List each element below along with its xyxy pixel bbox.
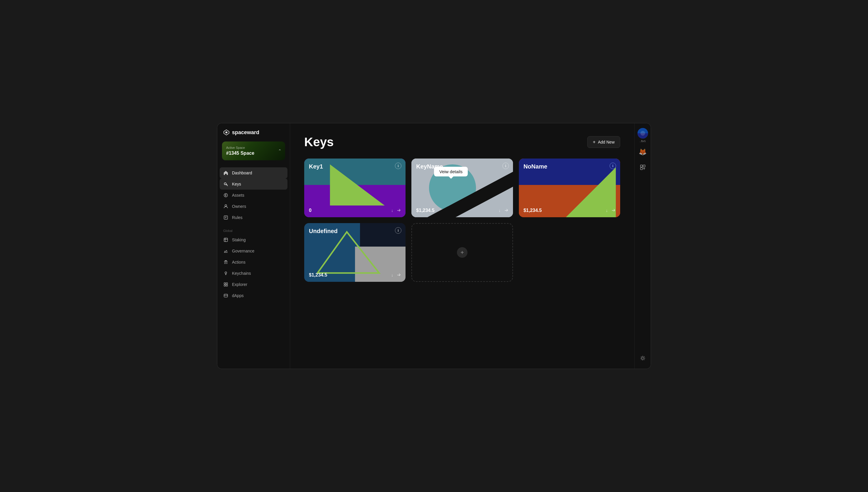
card-footer-key1: 0 ↓ <box>304 204 406 217</box>
right-sidebar: ..fbr5 🦊 <box>634 123 651 369</box>
key-card-keyname[interactable]: KeyName ℹ $1,234.5 ↓ <box>411 158 513 217</box>
add-new-label: Add New <box>598 140 614 144</box>
key-card-key1[interactable]: Key1 ℹ 0 ↓ <box>304 158 406 217</box>
staking-icon <box>223 237 228 243</box>
dapps-icon <box>223 293 228 298</box>
sidebar-item-assets[interactable]: Assets <box>220 190 287 201</box>
download-icon-undefined[interactable]: ↓ <box>391 273 393 277</box>
share-icon-undefined[interactable] <box>397 273 401 277</box>
global-nav: Staking Governance Actions <box>217 234 290 301</box>
global-section-label: Global <box>217 225 290 234</box>
governance-icon <box>223 248 228 254</box>
plus-icon: + <box>593 140 596 145</box>
sidebar-label-explorer: Explorer <box>232 282 247 287</box>
card-content-key1: Key1 <box>304 158 406 175</box>
info-icon-keyname[interactable]: ℹ <box>502 163 509 169</box>
card-value-keyname: $1,234.5 <box>416 208 495 213</box>
card-title-keyname: KeyName <box>416 163 443 170</box>
card-title-key1: Key1 <box>309 163 323 170</box>
user-section: ..fbr5 <box>637 128 648 143</box>
sidebar-item-staking[interactable]: Staking <box>220 234 287 245</box>
add-circle-icon: + <box>457 247 467 258</box>
download-icon-keyname[interactable]: ↓ <box>499 208 501 213</box>
sidebar-item-keys[interactable]: Keys <box>220 178 287 190</box>
rules-icon <box>223 215 228 220</box>
sidebar: spaceward Active Space #1345 Space ⌃ Das… <box>217 123 290 369</box>
assets-icon <box>223 193 228 198</box>
owners-icon <box>223 204 228 209</box>
sidebar-label-governance: Governance <box>232 249 254 253</box>
svg-rect-19 <box>641 165 643 167</box>
sidebar-item-dapps[interactable]: dApps <box>220 290 287 301</box>
sidebar-item-governance[interactable]: Governance <box>220 245 287 256</box>
actions-icon <box>223 260 228 265</box>
card-content-undefined: Undefined <box>304 223 406 239</box>
svg-rect-12 <box>226 285 227 286</box>
sidebar-label-staking: Staking <box>232 238 246 242</box>
explorer-icon <box>223 282 228 287</box>
logo-icon <box>223 129 230 136</box>
active-space-name: #1345 Space <box>226 151 281 156</box>
card-content-noname: NoName <box>519 158 620 175</box>
card-title-noname: NoName <box>524 163 547 170</box>
user-label: ..fbr5 <box>640 140 646 143</box>
card-footer-noname: $1,234.5 ↓ <box>519 204 620 217</box>
svg-rect-21 <box>641 168 643 170</box>
sidebar-item-keychains[interactable]: Keychains <box>220 268 287 279</box>
svg-point-22 <box>642 357 644 359</box>
svg-rect-20 <box>643 165 645 167</box>
sidebar-item-dashboard[interactable]: Dashboard <box>220 167 287 178</box>
sidebar-label-dapps: dApps <box>232 293 244 298</box>
card-footer-keyname: $1,234.5 ↓ <box>411 204 513 217</box>
sidebar-label-dashboard: Dashboard <box>232 171 252 175</box>
info-icon-noname[interactable]: ℹ <box>610 163 616 169</box>
card-value-noname: $1,234.5 <box>524 208 602 213</box>
main-nav: Dashboard Keys Assets <box>217 167 290 223</box>
sidebar-label-keys: Keys <box>232 182 241 187</box>
sidebar-label-keychains: Keychains <box>232 271 251 276</box>
svg-rect-13 <box>224 294 227 297</box>
download-icon-key1[interactable]: ↓ <box>391 208 393 213</box>
share-icon-keyname[interactable] <box>504 208 508 213</box>
key-icon <box>223 181 228 187</box>
fox-icon[interactable]: 🦊 <box>637 146 649 158</box>
sidebar-item-rules[interactable]: Rules <box>220 212 287 223</box>
sidebar-label-actions: Actions <box>232 260 245 265</box>
svg-rect-6 <box>224 216 227 219</box>
add-new-card[interactable]: + <box>411 223 513 282</box>
sidebar-label-assets: Assets <box>232 193 244 198</box>
avatar-image <box>637 128 648 139</box>
download-icon-noname[interactable]: ↓ <box>606 208 608 213</box>
sidebar-label-rules: Rules <box>232 215 243 220</box>
svg-point-5 <box>225 205 227 206</box>
sidebar-item-owners[interactable]: Owners <box>220 201 287 212</box>
sidebar-label-owners: Owners <box>232 204 246 209</box>
add-new-button[interactable]: + Add New <box>587 136 620 148</box>
layout-icon[interactable] <box>637 162 649 173</box>
user-avatar[interactable] <box>637 128 648 139</box>
sidebar-item-explorer[interactable]: Explorer <box>220 279 287 290</box>
sidebar-item-actions[interactable]: Actions <box>220 256 287 268</box>
card-content-keyname: KeyName <box>411 158 513 175</box>
card-value-undefined: $1,234.5 <box>309 272 388 278</box>
svg-point-8 <box>225 272 227 274</box>
page-header: Keys + Add New <box>304 135 620 149</box>
key-card-undefined[interactable]: Undefined ℹ $1,234.5 ↓ <box>304 223 406 282</box>
active-space-label: Active Space <box>226 146 281 149</box>
active-space-selector[interactable]: Active Space #1345 Space ⌃ <box>222 142 285 160</box>
svg-rect-10 <box>226 283 227 284</box>
logo-area: spaceward <box>217 129 290 142</box>
svg-rect-11 <box>224 285 225 286</box>
logo-text: spaceward <box>232 129 259 136</box>
key-card-noname[interactable]: NoName ℹ $1,234.5 ↓ <box>519 158 620 217</box>
card-title-undefined: Undefined <box>309 228 338 234</box>
share-icon-noname[interactable] <box>611 208 616 213</box>
cards-grid: Key1 ℹ 0 ↓ <box>304 158 620 282</box>
theme-icon[interactable] <box>637 352 649 364</box>
svg-point-18 <box>641 131 645 136</box>
card-value-key1: 0 <box>309 208 388 213</box>
main-content: Keys + Add New Veiw details <box>290 123 634 369</box>
share-icon-key1[interactable] <box>397 208 401 213</box>
svg-rect-7 <box>224 238 227 242</box>
svg-point-2 <box>226 132 227 133</box>
